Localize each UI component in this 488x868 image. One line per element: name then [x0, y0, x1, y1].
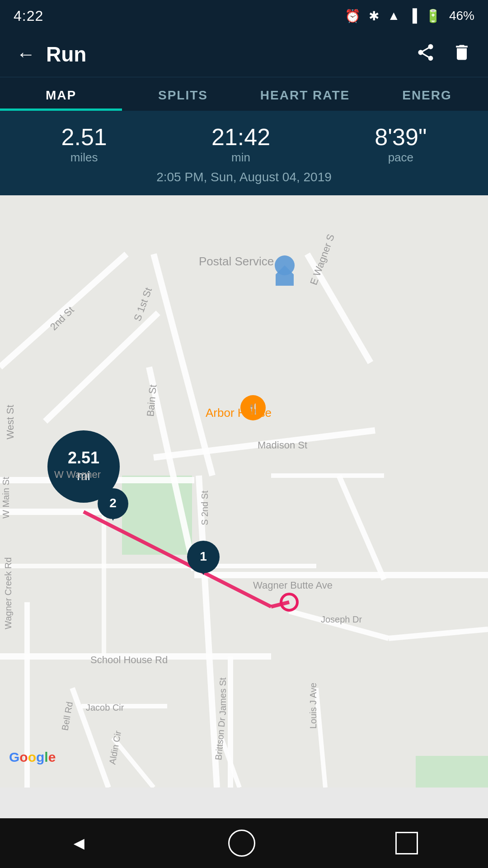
svg-text:Jacob Cir: Jacob Cir: [86, 703, 124, 712]
tab-heart-rate[interactable]: HEART RATE: [244, 77, 366, 111]
navigation-bar: ◄: [0, 818, 488, 868]
svg-point-41: [275, 255, 295, 275]
svg-text:Postal Service: Postal Service: [199, 255, 274, 268]
top-bar-left: ← Run: [16, 42, 86, 66]
back-button[interactable]: ←: [16, 43, 35, 65]
page-title: Run: [46, 42, 86, 66]
svg-text:Wagner Creek Rd: Wagner Creek Rd: [3, 557, 13, 629]
svg-text:1: 1: [200, 549, 207, 563]
tab-splits[interactable]: SPLITS: [122, 77, 244, 111]
back-nav-button[interactable]: ◄: [70, 833, 88, 854]
stats-row: 2.51 miles 21:42 min 8'39" pace: [9, 123, 479, 165]
svg-text:Wagner Butte Ave: Wagner Butte Ave: [253, 580, 333, 591]
svg-text:W Main St: W Main St: [1, 476, 11, 519]
map-svg: 1 2 2.51 mi 🍴 2nd St S 1st St E Wagner S…: [0, 195, 488, 788]
delete-button[interactable]: [452, 42, 472, 66]
svg-text:2: 2: [109, 496, 117, 510]
svg-text:Arbor House: Arbor House: [206, 406, 272, 420]
wifi-icon: ▲: [387, 9, 400, 23]
stats-bar: 2.51 miles 21:42 min 8'39" pace 2:05 PM,…: [0, 111, 488, 195]
svg-text:School House Rd: School House Rd: [90, 654, 168, 665]
alarm-icon: ⏰: [345, 9, 361, 24]
top-bar: ← Run: [0, 32, 488, 77]
status-icons: ⏰ ✱ ▲ ▐ 🔋 46%: [345, 9, 474, 24]
tab-energy[interactable]: ENERG: [366, 77, 488, 111]
svg-text:S 2nd St: S 2nd St: [200, 491, 210, 525]
svg-text:West St: West St: [5, 405, 16, 439]
bluetooth-icon: ✱: [369, 9, 379, 24]
home-nav-button[interactable]: [228, 830, 255, 857]
svg-text:Joseph Dr: Joseph Dr: [321, 614, 362, 624]
status-bar: 4:22 ⏰ ✱ ▲ ▐ 🔋 46%: [0, 0, 488, 32]
top-bar-right: [416, 42, 472, 66]
svg-rect-2: [416, 756, 488, 788]
svg-text:James St: James St: [218, 677, 228, 715]
tab-map[interactable]: MAP: [0, 77, 122, 111]
svg-text:2.51: 2.51: [68, 448, 99, 467]
battery-percent: 46%: [449, 9, 474, 23]
svg-text:Louis J Ave: Louis J Ave: [308, 683, 318, 729]
google-logo: Google: [9, 750, 56, 765]
stats-date: 2:05 PM, Sun, August 04, 2019: [9, 170, 479, 184]
map-container[interactable]: 1 2 2.51 mi 🍴 2nd St S 1st St E Wagner S…: [0, 195, 488, 788]
stat-duration: 21:42 min: [211, 123, 270, 165]
svg-text:W Wagner: W Wagner: [54, 469, 101, 480]
stat-pace: 8'39" pace: [375, 123, 427, 165]
svg-text:Madison St: Madison St: [258, 439, 307, 451]
status-time: 4:22: [14, 8, 43, 24]
tab-bar: MAP SPLITS HEART RATE ENERG: [0, 77, 488, 111]
stat-distance: 2.51 miles: [61, 123, 107, 165]
recents-nav-button[interactable]: [395, 832, 418, 854]
share-button[interactable]: [416, 42, 436, 66]
signal-icon: ▐: [408, 9, 417, 23]
battery-icon: 🔋: [425, 9, 441, 24]
